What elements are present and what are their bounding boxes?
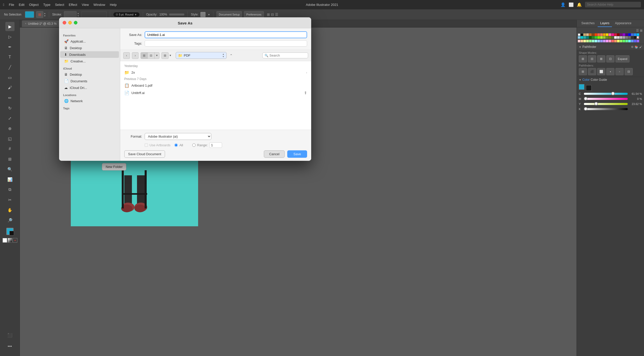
sidebar-item-icloud-desktop[interactable]: 🖥 Desktop (60, 71, 119, 78)
list-view-btn[interactable]: ⊞ (161, 52, 169, 59)
sidebar-item-desktop[interactable]: 🖥 Desktop (60, 45, 119, 51)
location-up-icon: ▲ (222, 53, 224, 55)
dialog-top-bar: Save As: Tags: (120, 28, 311, 50)
save-as-label: Save As: (124, 33, 142, 37)
locations-section-label: Locations (59, 93, 120, 98)
sidebar-item-icloud-drive[interactable]: ☁ iCloud Dri... (60, 84, 119, 91)
sidebar-item-documents[interactable]: 📄 Documents (60, 78, 119, 84)
favorites-section-label: Favorites (59, 33, 120, 38)
location-down-icon: ▼ (222, 56, 224, 58)
pdf-icon: 📋 (124, 83, 129, 88)
sidebar-icloud-desktop-label: Desktop (70, 73, 82, 76)
creative-icon: 📁 (64, 59, 68, 63)
range-input[interactable] (209, 142, 222, 148)
dialog-body: Favorites 🚀 Applicati... 🖥 Desktop ⬇ Dow… (59, 28, 311, 161)
browser-search: 🔍 (262, 52, 308, 58)
sidebar-item-network[interactable]: 🌐 Network (60, 98, 119, 104)
all-label: All (179, 143, 183, 147)
sidebar-icloud-drive-label: iCloud Dri... (70, 86, 87, 90)
format-select[interactable]: Adobe Illustrator (ai) PDF EPS SVG (145, 133, 211, 140)
folder-icon-2x: 📁 (124, 70, 129, 75)
dialog-overlay: Save As Favorites 🚀 Applicati... 🖥 Deskt… (0, 0, 644, 356)
close-window-btn[interactable] (63, 21, 66, 24)
column-view-btn[interactable]: ⊞ (141, 52, 148, 59)
file-item-untitrff[interactable]: 📄 Untitrff.ai ⬆ (120, 89, 311, 97)
view-dropdown-btn[interactable]: ▼ (169, 54, 172, 57)
location-name: PDF (184, 54, 221, 57)
applications-icon: 🚀 (64, 39, 68, 43)
all-radio[interactable] (174, 143, 178, 147)
sidebar-item-creative[interactable]: 📁 Creative... (60, 58, 119, 64)
dialog-bottom: Format: Adobe Illustrator (ai) PDF EPS S… (120, 130, 311, 161)
sidebar-network-label: Network (71, 99, 83, 103)
traffic-lights (63, 21, 77, 24)
network-icon: 🌐 (64, 99, 68, 103)
filename-input[interactable] (145, 31, 307, 38)
prev7days-label: Previous 7 Days (120, 76, 311, 82)
forward-button[interactable]: › (132, 52, 139, 59)
grid-view-btn-wrapper: ⊞ ▼ (161, 52, 172, 59)
dialog-main: Save As: Tags: ‹ › ⊞ ⊟ ▼ (120, 28, 311, 161)
location-expand-icon[interactable]: ⌃ (230, 54, 233, 58)
save-button[interactable]: Save (287, 150, 307, 158)
downloads-icon: ⬇ (64, 52, 67, 57)
location-stepper[interactable]: ▲ ▼ (222, 53, 224, 58)
documents-icon: 📄 (64, 79, 68, 83)
use-artboards-checkbox[interactable] (145, 143, 148, 147)
dialog-actions: Save Cloud Document Cancel Save (124, 150, 307, 158)
range-label: Range: (197, 143, 208, 147)
use-artboards-label: Use Artboards (149, 143, 170, 147)
location-selector[interactable]: 📁 PDF ▲ ▼ (176, 52, 227, 59)
sidebar-item-applications[interactable]: 🚀 Applicati... (60, 38, 119, 45)
sidebar-creative-label: Creative... (71, 59, 86, 63)
tags-input[interactable] (145, 40, 307, 47)
tags-label: Tags: (124, 42, 142, 45)
sidebar-documents-label: Documents (71, 79, 87, 83)
sidebar-desktop-label: Desktop (70, 46, 82, 50)
icloud-section-label: iCloud (59, 66, 120, 71)
artboards-row: Use Artboards All Range: (124, 142, 307, 148)
maximize-window-btn[interactable] (74, 21, 77, 24)
ai-icon: 📄 (124, 90, 129, 95)
minimize-window-btn[interactable] (68, 21, 72, 24)
range-radio[interactable] (192, 143, 196, 147)
new-folder-button[interactable]: New Folder (102, 163, 126, 170)
file-arrow-2x: › (306, 71, 307, 74)
use-artboards-radio-group: Use Artboards (145, 143, 170, 147)
file-list: Yesterday 📁 2x › Previous 7 Days 📋 Artbo… (120, 61, 311, 130)
tags-row: Tags: (124, 40, 307, 47)
file-name-untitrff: Untitrff.ai (131, 91, 302, 95)
back-button[interactable]: ‹ (123, 52, 130, 59)
sidebar-downloads-label: Downloads (69, 53, 86, 57)
icon-view-btn[interactable]: ⊟ (148, 52, 155, 59)
format-row: Format: Adobe Illustrator (ai) PDF EPS S… (124, 133, 307, 140)
save-as-dialog: Save As Favorites 🚀 Applicati... 🖥 Deskt… (59, 17, 311, 161)
save-cloud-button[interactable]: Save Cloud Document (124, 150, 165, 158)
file-item-2x[interactable]: 📁 2x › (120, 69, 311, 76)
view-toggle: ⊞ ⊟ ▼ (141, 52, 159, 59)
file-name-2x: 2x (131, 71, 304, 74)
format-select-wrapper[interactable]: Adobe Illustrator (ai) PDF EPS SVG (145, 133, 211, 140)
save-as-row: Save As: (124, 31, 307, 38)
format-label: Format: (124, 135, 142, 138)
browser-search-input[interactable] (269, 54, 305, 57)
icloud-desktop-icon: 🖥 (64, 72, 68, 76)
new-folder-area: New Folder (102, 163, 126, 170)
tags-section-label: Tags (59, 106, 120, 111)
icloud-drive-icon: ☁ (64, 86, 68, 90)
yesterday-label: Yesterday (120, 63, 311, 69)
range-row: Range: (192, 142, 222, 148)
dialog-action-buttons: Cancel Save (264, 150, 307, 158)
browser-toolbar: ‹ › ⊞ ⊟ ▼ ⊞ ▼ 📁 PDF ▲ (120, 50, 311, 61)
sidebar-item-downloads[interactable]: ⬇ Downloads (60, 51, 119, 58)
location-folder-icon: 📁 (178, 54, 182, 58)
cancel-button[interactable]: Cancel (264, 150, 285, 158)
search-icon: 🔍 (265, 54, 268, 57)
dialog-titlebar: Save As (59, 17, 311, 28)
dialog-title: Save As (178, 21, 193, 25)
file-name-artboard: Artboard 1.pdf (131, 84, 307, 87)
cloud-upload-icon[interactable]: ⬆ (304, 90, 307, 95)
desktop-icon: 🖥 (64, 46, 68, 50)
all-radio-group: All (174, 143, 183, 147)
file-item-artboard[interactable]: 📋 Artboard 1.pdf (120, 82, 311, 89)
